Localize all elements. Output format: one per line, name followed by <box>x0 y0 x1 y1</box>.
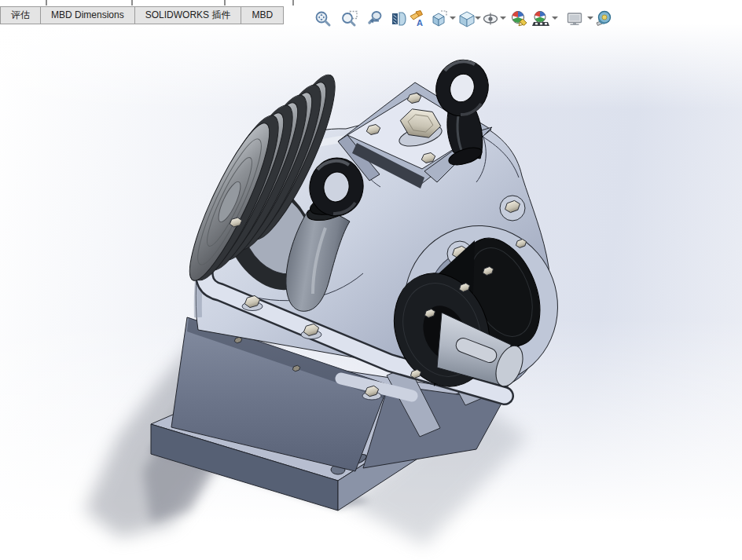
tab-evaluate[interactable]: 评估 <box>0 6 41 24</box>
view-orientation-icon[interactable] <box>430 9 449 28</box>
view-orientation-dropdown-arrow[interactable] <box>450 16 456 20</box>
separator-tick <box>224 0 226 5</box>
hide-show-items-icon[interactable] <box>481 9 500 28</box>
svg-text:A: A <box>417 18 423 27</box>
view-settings-icon[interactable] <box>565 9 584 28</box>
display-style-icon[interactable] <box>457 9 476 28</box>
zoom-to-area-icon[interactable] <box>340 9 359 28</box>
tab-solidworks-addins[interactable]: SOLIDWORKS 插件 <box>134 6 242 24</box>
dynamic-annotation-views-icon[interactable]: A <box>408 9 427 28</box>
edit-appearance-icon[interactable] <box>510 9 529 28</box>
measure-icon[interactable] <box>595 9 614 28</box>
solidworks-window: 评估 MBD Dimensions SOLIDWORKS 插件 MBD <box>0 0 742 560</box>
separator-tick <box>131 0 133 5</box>
zoom-to-fit-icon[interactable] <box>314 9 332 28</box>
apply-scene-icon[interactable] <box>531 9 550 28</box>
tab-mbd[interactable]: MBD <box>241 6 284 24</box>
apply-scene-dropdown-arrow[interactable] <box>552 16 558 20</box>
tab-mbd-dimensions[interactable]: MBD Dimensions <box>40 6 135 24</box>
view-settings-dropdown-arrow[interactable] <box>587 16 593 20</box>
command-manager-tabs: 评估 MBD Dimensions SOLIDWORKS 插件 MBD <box>0 6 284 24</box>
top-bar: 评估 MBD Dimensions SOLIDWORKS 插件 MBD <box>0 0 742 24</box>
separator-tick <box>292 0 294 5</box>
display-style-dropdown-arrow[interactable] <box>475 16 481 20</box>
hide-show-items-dropdown-arrow[interactable] <box>500 16 506 20</box>
separator-tick <box>46 0 47 5</box>
previous-view-icon[interactable] <box>365 9 384 28</box>
section-view-icon[interactable] <box>389 9 408 28</box>
graphics-area[interactable] <box>0 0 742 560</box>
